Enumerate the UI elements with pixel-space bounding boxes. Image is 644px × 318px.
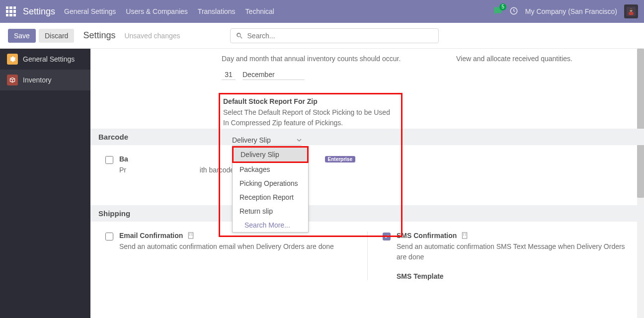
annual-month-select[interactable]: December [242, 70, 305, 80]
unsaved-indicator: Unsaved changes [124, 32, 180, 40]
search-box[interactable] [230, 28, 439, 43]
menu-technical[interactable]: Technical [245, 7, 274, 15]
email-confirmation-checkbox[interactable] [105, 233, 113, 240]
svg-rect-14 [466, 234, 466, 234]
svg-rect-12 [463, 233, 467, 238]
svg-rect-13 [464, 234, 464, 234]
sms-template-label: SMS Template [397, 272, 632, 280]
action-bar: Save Discard Settings Unsaved changes [0, 23, 644, 49]
discard-button[interactable]: Discard [39, 29, 74, 43]
sidebar-item-general[interactable]: General Settings [0, 49, 90, 70]
svg-rect-4 [629, 9, 633, 10]
svg-rect-3 [629, 12, 633, 15]
email-confirmation-desc: Send an automatic confirmation email whe… [119, 241, 355, 252]
zip-report-selected: Delivery Slip [232, 136, 271, 144]
barcode-checkbox[interactable] [105, 156, 113, 164]
svg-rect-7 [189, 233, 193, 238]
page-title: Settings [83, 30, 115, 41]
menu-users-companies[interactable]: Users & Companies [126, 7, 188, 15]
user-avatar[interactable] [624, 4, 638, 18]
dropdown-opt-reception-report[interactable]: Reception Report [233, 190, 308, 204]
settings-content: Day and month that annual inventory coun… [90, 49, 644, 318]
sms-confirmation-desc: Send an automatic confirmation SMS Text … [397, 241, 632, 262]
gear-icon [7, 54, 18, 65]
building-icon [461, 232, 469, 239]
zip-report-select[interactable]: Delivery Slip [232, 135, 302, 146]
barcode-opt-title-prefix: Ba [119, 155, 128, 163]
menu-translations[interactable]: Translations [198, 7, 236, 15]
sidebar-item-inventory[interactable]: Inventory [0, 70, 90, 90]
dropdown-opt-packages[interactable]: Packages [233, 162, 308, 176]
menu-general-settings[interactable]: General Settings [64, 7, 116, 15]
apps-icon[interactable] [6, 6, 16, 16]
activity-icon[interactable] [509, 6, 518, 17]
messaging-icon[interactable]: 5 [493, 6, 502, 17]
save-button[interactable]: Save [8, 29, 36, 43]
company-selector[interactable]: My Company (San Francisco) [525, 7, 617, 15]
dropdown-opt-return-slip[interactable]: Return slip [233, 204, 308, 218]
svg-rect-8 [190, 234, 190, 234]
settings-sidebar: General Settings Inventory [0, 49, 90, 318]
zip-report-setting: Default Stock Report For Zip Select The … [219, 93, 402, 237]
notif-badge: 5 [499, 3, 506, 10]
dropdown-opt-picking-operations[interactable]: Picking Operations [233, 176, 308, 190]
chevron-down-icon [297, 138, 302, 143]
sms-confirmation-title: SMS Confirmation [397, 232, 457, 239]
building-icon [187, 232, 195, 239]
svg-rect-16 [466, 235, 466, 236]
svg-rect-15 [464, 235, 464, 236]
zip-report-dropdown: Delivery Slip Packages Picking Operation… [232, 146, 309, 233]
dropdown-opt-delivery-slip[interactable]: Delivery Slip [232, 146, 309, 163]
sidebar-label: General Settings [23, 55, 75, 63]
annual-day-input[interactable] [222, 70, 236, 80]
app-brand[interactable]: Settings [23, 6, 55, 17]
box-icon [7, 75, 18, 85]
sidebar-label: Inventory [23, 76, 52, 84]
search-input[interactable] [247, 32, 433, 40]
barcode-desc-prefix: Pr [119, 166, 126, 174]
svg-rect-11 [192, 235, 192, 236]
dropdown-search-more[interactable]: Search More... [233, 218, 308, 232]
svg-rect-10 [190, 235, 190, 236]
email-confirmation-title: Email Confirmation [119, 232, 183, 239]
allocate-desc: View and allocate received quantities. [456, 55, 572, 63]
search-icon [236, 32, 243, 40]
zip-report-desc: Select The Default Report of Stock Picki… [223, 107, 396, 128]
top-navbar: Settings General Settings Users & Compan… [0, 0, 644, 23]
svg-rect-9 [192, 234, 192, 234]
zip-report-title: Default Stock Report For Zip [223, 97, 396, 105]
